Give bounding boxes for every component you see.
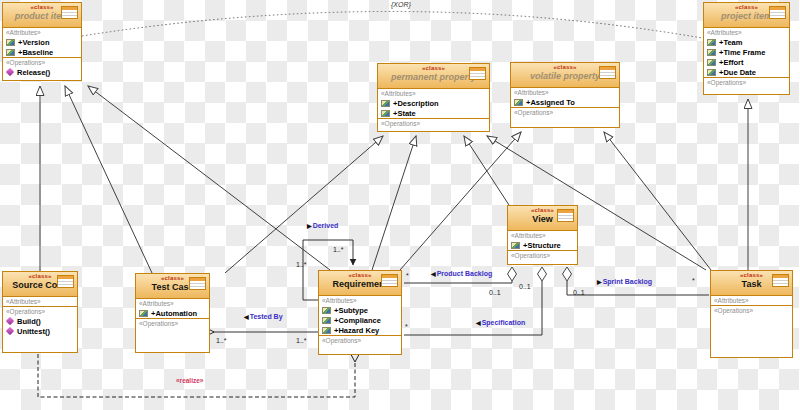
operation-name: Build() [17,317,41,326]
class-task[interactable]: «class» Task «Attributes» «Operations» [710,270,793,358]
attributes-compartment: «Attributes» +Structure [508,230,577,250]
dependency-label-realize: «realize» [176,377,203,384]
operations-compartment: «Operations» [704,77,789,94]
class-header: «class» volatile property [511,63,619,87]
aggregation-diamond-specification[interactable] [538,267,547,281]
generalization-test-case-permanent-property[interactable] [225,136,383,273]
operation-icon [6,317,14,325]
class-header: «class» permanent property [378,64,489,88]
generalization-requirement-permanent-property[interactable] [372,136,416,270]
attributes-compartment: «Attributes» +Assigned To [511,87,619,107]
class-header: «class» Source Code [3,272,77,296]
operation-row: Build() [3,316,77,326]
class-icon [557,209,574,222]
operations-compartment: «Operations» [711,305,792,357]
attribute-icon [381,100,390,107]
attribute-icon [322,317,331,324]
multiplicity: * [405,323,408,330]
attribute-row: +Due Date [704,67,789,77]
xor-constraint-line[interactable] [82,11,702,38]
association-product-backlog[interactable] [404,281,512,283]
class-volatile-property[interactable]: «class» volatile property «Attributes» +… [510,62,620,128]
multiplicity: 1..* [296,337,307,344]
attributes-compartment-label: «Attributes» [3,297,77,306]
multiplicity: 1..* [333,246,344,253]
attribute-row: +Version [3,37,81,47]
multiplicity: 0..1 [519,283,531,290]
class-icon [381,274,398,287]
generalization-requirement-product-item[interactable] [88,86,330,270]
uml-class-diagram: «class» product item «Attributes» +Versi… [0,0,800,410]
generalization-test-case-product-item[interactable] [65,86,152,273]
class-icon [769,6,786,19]
class-icon [772,274,789,287]
class-requirement[interactable]: «class» Requirement «Attributes» +Subtyp… [318,270,402,355]
multiplicity: 0..1 [489,289,501,296]
operations-compartment: «Operations» [511,107,619,127]
attribute-name: +State [393,109,416,118]
class-source-code[interactable]: «class» Source Code «Attributes» «Operat… [2,271,78,353]
attribute-icon [139,310,148,317]
direction-arrow-icon: ▶ [307,223,312,229]
attributes-compartment-label: «Attributes» [508,231,577,240]
multiplicity: 0..1 [573,289,585,296]
attribute-name: +Description [393,99,439,108]
attribute-row: +Time Frame [704,47,789,57]
generalization-requirement-volatile-property[interactable] [400,132,521,270]
class-permanent-property[interactable]: «class» permanent property «Attributes» … [377,63,490,132]
attribute-icon [322,327,331,334]
association-label-sprint-backlog: ▶Sprint Backlog [597,278,652,286]
operations-compartment: «Operations» [136,318,209,352]
generalization-task-volatile-property[interactable] [604,132,711,270]
attribute-name: +Assigned To [526,98,575,107]
attribute-name: +Subtype [334,306,368,315]
attribute-icon [707,49,716,56]
operation-row: Unittest() [3,326,77,336]
association-label-specification: ◀Specification [476,319,525,327]
class-project-item[interactable]: «class» project item «Attributes» +Team … [703,2,790,95]
class-product-item[interactable]: «class» product item «Attributes» +Versi… [2,2,82,81]
attribute-name: +Baseline [18,48,53,57]
attribute-name: +Automation [151,309,197,318]
operations-compartment-label: «Operations» [3,58,81,67]
attribute-icon [381,110,390,117]
attribute-row: +Structure [508,240,577,250]
operations-compartment: «Operations» [319,335,401,354]
attributes-compartment: «Attributes» +Team +Time Frame +Effort +… [704,27,789,77]
multiplicity: 1..* [296,261,307,268]
attributes-compartment: «Attributes» [711,295,792,305]
direction-arrow-icon: ◀ [476,320,481,326]
operations-compartment-label: «Operations» [319,336,401,345]
attribute-icon [322,307,331,314]
operations-compartment: «Operations» [508,250,577,264]
attributes-compartment: «Attributes» +Version +Baseline [3,27,81,57]
association-label-derived: ▶Derived [307,222,338,230]
attribute-row: +Automation [136,308,209,318]
class-header: «class» product item [3,3,81,27]
operations-compartment: «Operations» Build() Unittest() [3,306,77,352]
operation-name: Unittest() [17,327,50,336]
class-icon [57,275,74,288]
operations-compartment: «Operations» Release() [3,57,81,80]
attribute-name: +Effort [719,58,743,67]
multiplicity: * [692,277,695,284]
class-icon [599,66,616,79]
attribute-icon [6,49,15,56]
direction-arrow-icon: ◀ [431,271,436,277]
attribute-row: +Description [378,98,489,108]
class-view[interactable]: «class» View «Attributes» +Structure «Op… [507,205,578,265]
class-header: «class» Task [711,271,792,295]
aggregation-diamond-sprint-backlog[interactable] [563,267,572,281]
class-test-case[interactable]: «class» Test Case «Attributes» +Automati… [135,273,210,353]
dependency-realize[interactable] [38,354,355,397]
attribute-row: +Assigned To [511,97,619,107]
association-label-tested-by: ◀Tested By [244,313,283,321]
operation-row: Release() [3,67,81,77]
attribute-icon [707,39,716,46]
multiplicity: 1..* [216,337,227,344]
attributes-compartment: «Attributes» +Subtype +Compliance +Hazar… [319,295,401,335]
attribute-icon [6,39,15,46]
aggregation-diamond-product-backlog[interactable] [508,267,517,281]
multiplicity: * [406,272,409,279]
generalization-view-permanent-property[interactable] [464,136,509,205]
